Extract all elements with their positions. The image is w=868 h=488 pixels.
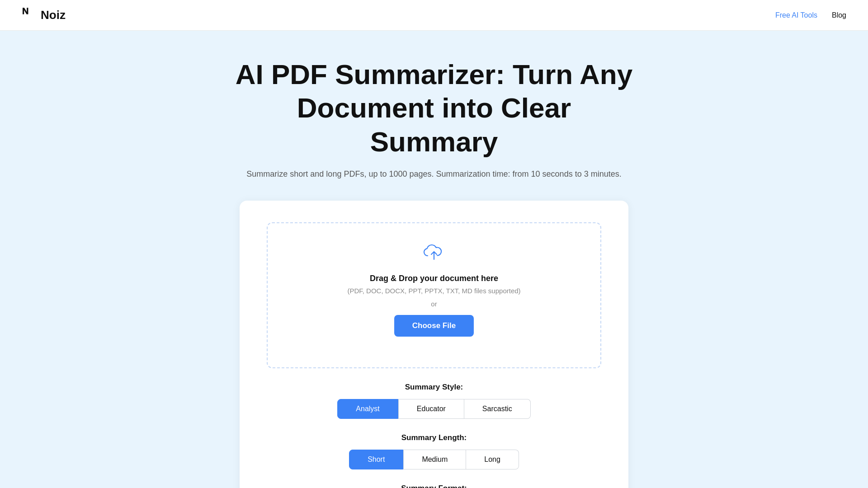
summary-length-label: Summary Length: <box>401 433 467 442</box>
length-medium-button[interactable]: Medium <box>403 450 466 469</box>
upload-area[interactable]: Drag & Drop your document here (PDF, DOC… <box>267 222 601 368</box>
page-subtitle: Summarize short and long PDFs, up to 100… <box>246 169 621 179</box>
summary-style-options: Analyst Educator Sarcastic <box>267 399 601 419</box>
summary-format-section: Summary Format: Bullets Paragraphs Table <box>267 484 601 488</box>
upload-icon <box>421 239 447 267</box>
nav-blog[interactable]: Blog <box>832 11 846 19</box>
nav-free-ai-tools[interactable]: Free AI Tools <box>775 11 817 19</box>
or-separator: or <box>431 300 437 308</box>
length-short-button[interactable]: Short <box>349 450 403 469</box>
header: ᴺ Noiz Free AI Tools Blog <box>0 0 868 31</box>
summary-length-options: Short Medium Long <box>267 450 601 469</box>
length-long-button[interactable]: Long <box>466 450 519 469</box>
nav: Free AI Tools Blog <box>775 11 846 19</box>
logo-text: Noiz <box>41 8 66 22</box>
main-content: AI PDF Summarizer: Turn Any Document int… <box>0 31 868 488</box>
drag-drop-text: Drag & Drop your document here <box>370 274 498 283</box>
style-educator-button[interactable]: Educator <box>398 399 464 419</box>
summary-format-label: Summary Format: <box>401 484 467 488</box>
summary-style-label: Summary Style: <box>405 383 463 392</box>
page-title: AI PDF Summarizer: Turn Any Document int… <box>231 58 637 159</box>
summary-style-section: Summary Style: Analyst Educator Sarcasti… <box>267 383 601 432</box>
upload-card: Drag & Drop your document here (PDF, DOC… <box>240 201 628 488</box>
style-sarcastic-button[interactable]: Sarcastic <box>464 399 531 419</box>
svg-text:ᴺ: ᴺ <box>22 6 28 22</box>
logo[interactable]: ᴺ Noiz <box>22 5 66 25</box>
file-types-text: (PDF, DOC, DOCX, PPT, PPTX, TXT, MD file… <box>347 287 520 295</box>
choose-file-button[interactable]: Choose File <box>394 315 474 337</box>
logo-icon: ᴺ <box>22 5 38 25</box>
style-analyst-button[interactable]: Analyst <box>337 399 398 419</box>
summary-length-section: Summary Length: Short Medium Long <box>267 433 601 482</box>
